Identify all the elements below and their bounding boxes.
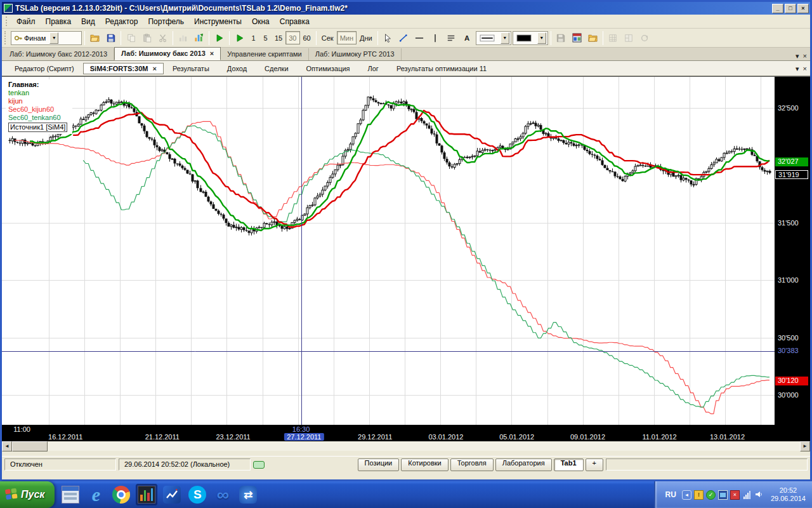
timeframe-5-button[interactable]: 5 bbox=[259, 31, 272, 44]
blue-app-icon[interactable] bbox=[161, 484, 183, 505]
infinity-app-icon[interactable]: ∞ bbox=[212, 484, 233, 505]
refresh-icon bbox=[640, 34, 649, 43]
doc-tab-optimization[interactable]: Оптимизация bbox=[298, 63, 359, 74]
tslab-app-icon[interactable] bbox=[136, 484, 157, 505]
recalculate-button[interactable] bbox=[232, 30, 247, 46]
unit-minutes-button[interactable]: Мин bbox=[337, 31, 357, 44]
lab-tab-script-manager[interactable]: Управление скриптами bbox=[221, 48, 308, 60]
timeframe-60-button[interactable]: 60 bbox=[300, 31, 314, 44]
tray-alert-icon[interactable]: × bbox=[730, 490, 740, 500]
chevron-down-icon[interactable]: ▾ bbox=[49, 32, 58, 44]
tab-close-icon[interactable]: × bbox=[210, 50, 214, 57]
menu-view[interactable]: Вид bbox=[76, 15, 100, 28]
price-chart-canvas[interactable] bbox=[2, 77, 775, 425]
lab-tab-ishimoku-rts-2013[interactable]: Лаб: Ишимоку РТС 2013 bbox=[309, 48, 402, 60]
price-axis[interactable]: 32'50031'50031'00030'50030'00032'02731'9… bbox=[775, 77, 810, 441]
legend-item[interactable]: Источник1 [SiM4] bbox=[8, 123, 67, 132]
tab1-button[interactable]: Tab1 bbox=[554, 458, 584, 471]
menu-portfolio[interactable]: Портфель bbox=[143, 15, 189, 28]
tray-shield-icon[interactable]: ! bbox=[694, 490, 704, 500]
run-script-button[interactable] bbox=[211, 30, 227, 46]
start-button[interactable]: Пуск bbox=[0, 481, 55, 508]
scrollbar-track[interactable] bbox=[12, 441, 800, 451]
price-value-label: 32'027 bbox=[775, 157, 808, 166]
trading-button[interactable]: Торговля bbox=[450, 458, 494, 471]
lab-tab-ishimoku-baks-2012-2013[interactable]: Лаб: Ишимоку бакс 2012-2013 bbox=[3, 48, 114, 60]
trend-line-button[interactable] bbox=[396, 30, 412, 46]
teamviewer-icon[interactable]: ⇄ bbox=[237, 484, 259, 505]
menu-editor[interactable]: Редактор bbox=[100, 15, 143, 28]
doc-tab-log[interactable]: Лог bbox=[359, 63, 388, 74]
scroll-right-button[interactable]: ► bbox=[800, 441, 810, 451]
doc-tab-opt-results-11[interactable]: Результаты оптимизации 11 bbox=[388, 63, 495, 74]
tray-volume-icon[interactable] bbox=[754, 490, 764, 500]
line-width-combo[interactable]: ▾ bbox=[476, 31, 511, 45]
drawings-list-button[interactable] bbox=[443, 30, 459, 46]
panels-button[interactable] bbox=[569, 30, 585, 46]
tab-list-icon[interactable]: ▾ bbox=[796, 64, 799, 73]
chart-scrollbar[interactable]: ◄ ► bbox=[2, 441, 810, 451]
menu-edit[interactable]: Правка bbox=[41, 15, 77, 28]
account-combo[interactable]: Финам▾ bbox=[11, 31, 82, 45]
tabbar-close-icon[interactable]: × bbox=[803, 64, 807, 73]
time-axis[interactable]: 11:0016:3016.12.201121.12.201123.12.2011… bbox=[2, 425, 775, 441]
save-button[interactable] bbox=[103, 30, 119, 46]
tray-display-icon[interactable] bbox=[718, 490, 728, 500]
open-button[interactable] bbox=[87, 30, 103, 46]
chrome-icon[interactable] bbox=[110, 484, 132, 505]
legend-item[interactable]: tenkan bbox=[8, 89, 29, 97]
vertical-line-button[interactable] bbox=[428, 30, 443, 46]
tab-list-icon[interactable]: ▾ bbox=[796, 51, 799, 60]
tray-clock[interactable]: 20:52 29.06.2014 bbox=[767, 486, 806, 503]
quotes-button[interactable]: Котировки bbox=[401, 458, 449, 471]
color-picker-combo[interactable]: ▾ bbox=[513, 31, 548, 45]
lab-tab-ishimoku-baks-2013[interactable]: Лаб: Ишимоку бакс 2013× bbox=[114, 47, 221, 60]
save-icon bbox=[107, 34, 115, 43]
legend-item[interactable]: kijun bbox=[8, 97, 23, 105]
add-tab-button[interactable]: + bbox=[586, 458, 603, 471]
timeframe-1-button[interactable]: 1 bbox=[247, 31, 259, 44]
lab-tab-bar: Лаб: Ишимоку бакс 2012-2013Лаб: Ишимоку … bbox=[2, 48, 810, 61]
unit-seconds-button[interactable]: Сек bbox=[318, 31, 337, 44]
tray-network-icon[interactable] bbox=[742, 490, 752, 500]
menu-windows[interactable]: Окна bbox=[247, 15, 275, 28]
titlebar[interactable]: TSLab (версия 1.2.13.0:32bit) - C:\Users… bbox=[2, 2, 810, 15]
doc-tab-trades[interactable]: Сделки bbox=[256, 63, 298, 74]
positions-button[interactable]: Позиции bbox=[358, 458, 400, 471]
tray-chevron-icon[interactable]: ◂ bbox=[682, 490, 691, 500]
doc-tab-sim4-forts-30m[interactable]: SiM4:FORTS:30M× bbox=[83, 63, 164, 74]
show-desktop-icon[interactable] bbox=[60, 484, 81, 505]
text-tool-button[interactable]: A bbox=[459, 30, 475, 46]
chevron-down-icon[interactable]: ▾ bbox=[537, 32, 546, 44]
maximize-button[interactable]: □ bbox=[785, 4, 796, 13]
skype-icon[interactable]: S bbox=[187, 484, 208, 505]
timeframe-30-button[interactable]: 30 bbox=[285, 31, 299, 44]
language-indicator[interactable]: RU bbox=[663, 490, 679, 499]
menu-file[interactable]: Файл bbox=[11, 15, 41, 28]
unit-days-button[interactable]: Дни bbox=[357, 31, 376, 44]
laboratory-button[interactable]: Лаборатория bbox=[495, 458, 552, 471]
minimize-button[interactable]: _ bbox=[772, 4, 783, 13]
close-button[interactable]: × bbox=[797, 4, 809, 13]
chevron-down-icon[interactable]: ▾ bbox=[501, 32, 509, 44]
scroll-left-button[interactable]: ◄ bbox=[2, 441, 12, 451]
menu-tools[interactable]: Инструменты bbox=[189, 15, 247, 28]
menu-help[interactable]: Справка bbox=[275, 15, 315, 28]
timeframe-15-button[interactable]: 15 bbox=[272, 31, 285, 44]
horizontal-line-button[interactable] bbox=[412, 30, 428, 46]
legend-item[interactable]: Sec60_kijun60 bbox=[8, 105, 54, 113]
toolbar-separator bbox=[316, 31, 317, 45]
tray-status-green-icon[interactable]: ✓ bbox=[706, 490, 716, 500]
doc-tab-editor[interactable]: Редактор (Скрипт) bbox=[6, 63, 83, 74]
tab-close-icon[interactable]: × bbox=[152, 65, 156, 72]
doc-tab-results[interactable]: Результаты bbox=[164, 63, 218, 74]
legend-item[interactable]: Sec60_tenkan60 bbox=[8, 114, 61, 121]
tabbar-close-icon[interactable]: × bbox=[803, 51, 807, 60]
internet-explorer-icon[interactable]: e bbox=[85, 484, 107, 505]
scrollbar-thumb[interactable] bbox=[12, 441, 48, 451]
date-tick-label: 09.01.2012 bbox=[570, 433, 605, 441]
new-chart-button[interactable] bbox=[191, 30, 207, 46]
doc-tab-income[interactable]: Доход bbox=[218, 63, 256, 74]
open-layout-button[interactable] bbox=[585, 30, 601, 46]
cursor-tool-button[interactable] bbox=[380, 30, 396, 46]
